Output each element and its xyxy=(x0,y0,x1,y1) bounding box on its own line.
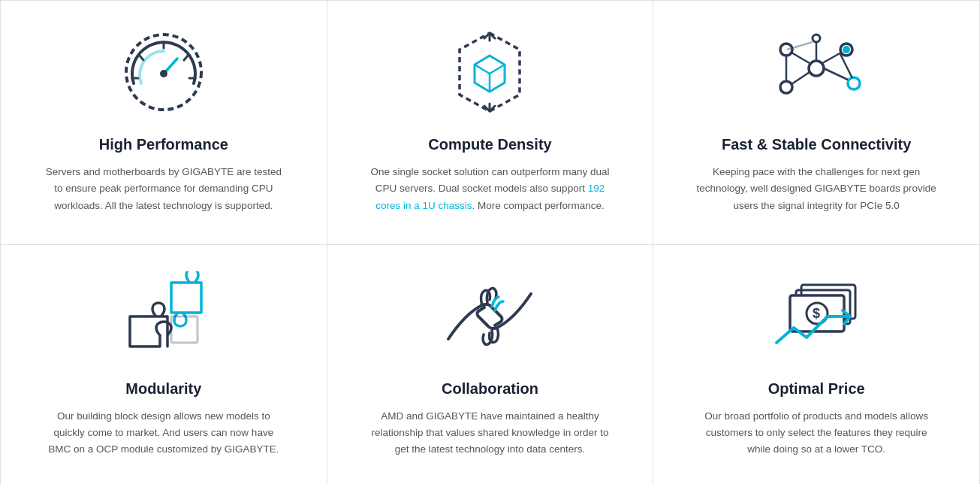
card-high-performance: High Performance Servers and motherboard… xyxy=(1,1,327,245)
svg-line-22 xyxy=(822,53,841,63)
svg-text:$: $ xyxy=(813,306,820,321)
svg-point-19 xyxy=(848,77,860,89)
card-connectivity-title: Fast & Stable Connectivity xyxy=(722,136,911,153)
card-optimal-price-title: Optimal Price xyxy=(768,380,865,398)
card-high-performance-desc: Servers and motherboards by GIGABYTE are… xyxy=(44,164,284,214)
card-collaboration: Collaboration AMD and GIGABYTE have main… xyxy=(327,245,654,484)
svg-line-25 xyxy=(824,68,848,80)
svg-line-21 xyxy=(792,53,810,63)
card-modularity-desc: Our building block design allows new mod… xyxy=(44,408,284,458)
card-collaboration-desc: AMD and GIGABYTE have maintained a healt… xyxy=(369,408,610,458)
money-icon: $ xyxy=(767,268,865,365)
card-connectivity: Fast & Stable Connectivity Keeping pace … xyxy=(653,1,980,245)
svg-point-20 xyxy=(813,35,820,42)
card-modularity-title: Modularity xyxy=(125,380,201,398)
network-icon xyxy=(767,23,865,121)
speedometer-icon xyxy=(115,23,213,121)
card-connectivity-desc: Keeping pace with the challenges for nex… xyxy=(696,164,936,214)
card-high-performance-title: High Performance xyxy=(99,136,228,153)
card-optimal-price-desc: Our broad portfolio of products and mode… xyxy=(696,408,936,458)
svg-point-18 xyxy=(780,81,792,93)
svg-line-24 xyxy=(792,72,810,84)
card-compute-density-title: Compute Density xyxy=(428,136,551,153)
svg-line-3 xyxy=(184,56,188,60)
card-compute-density-desc: One single socket solution can outperfor… xyxy=(369,164,610,214)
svg-marker-8 xyxy=(460,33,520,111)
svg-point-16 xyxy=(780,44,792,56)
svg-line-13 xyxy=(490,65,505,74)
card-modularity: Modularity Our building block design all… xyxy=(1,245,327,484)
card-collaboration-title: Collaboration xyxy=(442,380,538,398)
handshake-icon xyxy=(441,268,538,365)
svg-line-12 xyxy=(475,65,490,74)
card-compute-density: Compute Density One single socket soluti… xyxy=(327,1,654,245)
puzzle-icon xyxy=(115,268,213,365)
svg-point-7 xyxy=(160,70,167,77)
card-optimal-price: $ Optimal Price Our broad portfolio of p… xyxy=(653,245,980,484)
svg-line-2 xyxy=(140,56,143,60)
svg-point-15 xyxy=(809,61,824,76)
feature-grid: High Performance Servers and motherboard… xyxy=(0,0,980,484)
svg-point-29 xyxy=(843,46,850,53)
svg-line-26 xyxy=(840,54,852,78)
cube-icon xyxy=(441,23,538,121)
